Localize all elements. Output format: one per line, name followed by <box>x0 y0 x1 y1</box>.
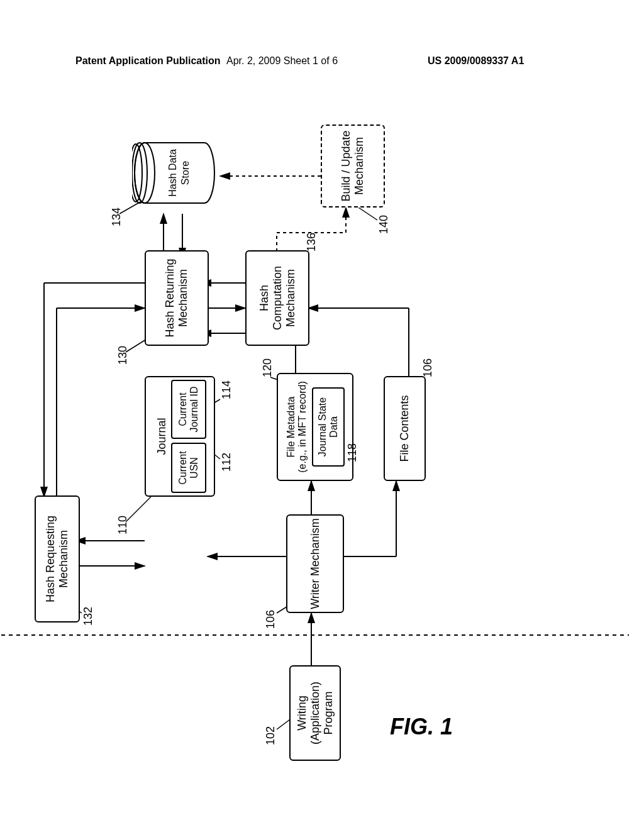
writing-application-box: Writing (Application) Program <box>289 665 341 761</box>
ref-118: 118 <box>346 443 359 462</box>
hash-requesting-box: Hash Requesting Mechanism <box>35 495 80 622</box>
header-right: US 2009/0089337 A1 <box>428 55 524 67</box>
hash-computation-box: Hash Computation Mechanism <box>245 250 309 346</box>
current-usn-box: Current USN <box>171 443 206 493</box>
ref-112: 112 <box>220 453 233 472</box>
hash-data-store-cylinder: Hash Data Store <box>132 138 220 208</box>
svg-text:Hash Data: Hash Data <box>167 149 178 197</box>
current-journal-id-box: Current Journal ID <box>171 380 206 439</box>
ref-110: 110 <box>116 516 130 534</box>
ref-130: 130 <box>116 346 130 365</box>
header-center: Apr. 2, 2009 Sheet 1 of 6 <box>226 55 338 67</box>
ref-106b: 106 <box>421 358 435 377</box>
ref-120: 120 <box>261 358 274 377</box>
journal-state-data-box: Journal State Data <box>312 387 345 467</box>
ref-106a: 106 <box>264 610 277 629</box>
writer-mechanism-box: Writer Mechanism <box>286 514 344 613</box>
ref-140: 140 <box>377 215 391 234</box>
file-contents-box: File Contents <box>384 376 426 481</box>
ref-114: 114 <box>220 380 233 399</box>
diagram-canvas: Writing (Application) Program 102 Hash R… <box>0 170 644 711</box>
journal-box: Journal Current USN Current Journal ID <box>145 376 215 497</box>
svg-line-36 <box>358 208 377 220</box>
figure-label: FIG. 1 <box>390 714 453 740</box>
svg-text:Store: Store <box>180 161 191 185</box>
ref-132: 132 <box>82 607 95 626</box>
header-left: Patent Application Publication <box>75 55 221 67</box>
hash-returning-box: Hash Returning Mechanism <box>145 250 209 346</box>
file-metadata-box: File Metadata (e.g., in MFT record) Jour… <box>277 373 353 481</box>
ref-134: 134 <box>110 208 123 226</box>
build-update-box: Build / Update Mechanism <box>321 124 385 208</box>
ref-102: 102 <box>264 726 277 745</box>
ref-136: 136 <box>305 233 318 252</box>
svg-line-27 <box>126 497 151 522</box>
file-metadata-title: File Metadata (e.g., in MFT record) <box>286 381 308 473</box>
journal-title: Journal <box>154 380 169 493</box>
